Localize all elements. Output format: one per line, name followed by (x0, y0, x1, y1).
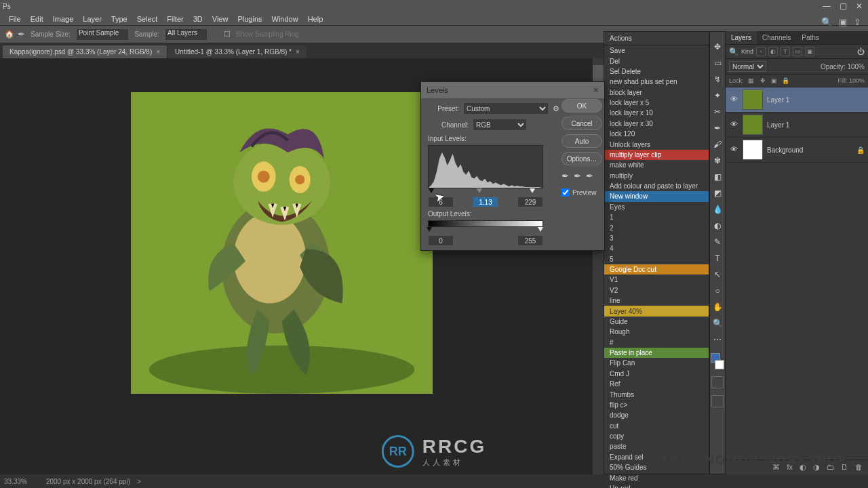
filter-pixel-icon[interactable]: ▫ (756, 47, 766, 56)
action-item[interactable]: 50% Guides (604, 462, 709, 472)
input-black-field[interactable] (428, 197, 454, 207)
filter-kind-icon[interactable]: 🔍 (729, 47, 738, 56)
action-item[interactable]: Flip Can (604, 358, 709, 368)
layer-row[interactable]: 👁Layer 1 (726, 87, 868, 113)
menu-filter[interactable]: Filter (162, 15, 188, 23)
tab-untitled[interactable]: Untitled-1 @ 33.3% (Layer 1, RGB/8) * × (168, 45, 307, 58)
shape-tool-icon[interactable]: ○ (711, 284, 724, 298)
action-item[interactable]: Layer 40% (604, 306, 709, 316)
lock-artboard-icon[interactable]: ▣ (770, 77, 778, 85)
lock-pixels-icon[interactable]: ▦ (747, 77, 755, 85)
action-item[interactable]: Ref (604, 379, 709, 389)
visibility-icon[interactable]: 👁 (729, 120, 738, 129)
filter-type-icon[interactable]: T (781, 47, 790, 56)
path-tool-icon[interactable]: ↖ (711, 268, 724, 281)
menu-select[interactable]: Select (132, 15, 163, 23)
new-layer-icon[interactable]: 🗋 (841, 463, 848, 472)
lock-position-icon[interactable]: ✥ (759, 77, 767, 85)
menu-type[interactable]: Type (106, 15, 132, 23)
layer-name[interactable]: Background (767, 146, 803, 154)
input-white-field[interactable] (517, 197, 543, 207)
type-tool-icon[interactable]: T (711, 251, 724, 265)
sample-select[interactable]: All Layers (165, 28, 208, 41)
menu-view[interactable]: View (208, 15, 233, 23)
action-item[interactable]: lock 120 (604, 129, 709, 139)
action-item[interactable]: multiply layer clip (604, 150, 709, 160)
action-item[interactable]: block layer (604, 87, 709, 98)
action-item[interactable]: Paste in place (604, 348, 709, 358)
midtone-slider[interactable] (477, 188, 482, 193)
input-sliders[interactable] (428, 188, 543, 195)
gray-eyedropper-icon[interactable]: ✒ (574, 171, 581, 181)
dialog-close-icon[interactable]: × (593, 85, 599, 96)
action-item[interactable]: Expand sel (604, 452, 709, 462)
action-item[interactable]: multiply (604, 171, 709, 181)
clone-tool-icon[interactable]: ✾ (711, 154, 724, 167)
action-item[interactable]: line (604, 296, 709, 306)
tab-layers[interactable]: Layers (726, 31, 757, 44)
frame-icon[interactable]: ▣ (839, 17, 847, 27)
white-eyedropper-icon[interactable]: ✒ (586, 171, 593, 181)
action-item[interactable]: 2 (604, 222, 709, 232)
cancel-button[interactable]: Cancel (561, 117, 602, 130)
action-item[interactable]: Save (604, 45, 709, 56)
background-color[interactable] (715, 360, 724, 369)
menu-help[interactable]: Help (303, 15, 328, 23)
output-sliders[interactable] (428, 227, 543, 234)
action-item[interactable]: # (604, 338, 709, 348)
menu-edit[interactable]: Edit (26, 15, 48, 23)
input-mid-field[interactable] (473, 197, 498, 207)
fill-value[interactable]: 100% (849, 77, 865, 84)
sample-size-select[interactable]: Point Sample (76, 28, 129, 41)
preset-select[interactable]: Custom (463, 102, 549, 115)
layer-mask-icon[interactable]: ◐ (800, 463, 806, 472)
action-item[interactable]: Eyes (604, 202, 709, 212)
zoom-level[interactable]: 33.33% (4, 478, 27, 485)
menu-plugins[interactable]: Plugins (233, 15, 267, 23)
layer-name[interactable]: Layer 1 (767, 96, 789, 104)
menu-file[interactable]: File (4, 15, 26, 23)
eyedropper-icon[interactable]: ✒ (18, 29, 25, 39)
brush-tool-icon[interactable]: 🖌 (711, 138, 724, 151)
quickmask-icon[interactable] (711, 376, 724, 388)
maximize-icon[interactable]: ▢ (837, 1, 849, 11)
action-item[interactable]: Cmd J (604, 369, 709, 379)
action-item[interactable]: dodge (604, 410, 709, 420)
sampling-ring-checkbox[interactable]: ☐ (224, 30, 231, 39)
close-icon[interactable]: ✕ (853, 1, 865, 11)
move-tool-icon[interactable]: ✥ (711, 40, 724, 54)
visibility-icon[interactable]: 👁 (729, 95, 738, 104)
action-item[interactable]: lock layer x 10 (604, 108, 709, 118)
blend-mode-select[interactable]: Normal (729, 61, 766, 72)
color-swatches[interactable] (711, 353, 724, 369)
layer-row[interactable]: 👁Layer 1 (726, 113, 868, 138)
marquee-tool-icon[interactable]: ▭ (711, 56, 724, 70)
layer-fx-icon[interactable]: fx (787, 463, 793, 472)
canvas[interactable] (131, 92, 433, 394)
action-item[interactable]: lock layer x 30 (604, 119, 709, 129)
opacity-value[interactable]: 100% (847, 63, 865, 70)
action-item[interactable]: lock layer x 5 (604, 98, 709, 108)
new-group-icon[interactable]: 🗀 (827, 463, 834, 472)
output-black-field[interactable] (428, 235, 454, 246)
delete-layer-icon[interactable]: 🗑 (855, 463, 863, 472)
action-item[interactable]: flip c> (604, 400, 709, 410)
menu-layer[interactable]: Layer (78, 15, 106, 23)
options-button[interactable]: Options… (561, 152, 602, 165)
action-item[interactable]: Rough (604, 327, 709, 337)
tab-close-icon[interactable]: × (156, 48, 160, 56)
action-item[interactable]: V1 (604, 274, 709, 285)
layer-name[interactable]: Layer 1 (767, 121, 789, 129)
more-tools-icon[interactable]: ⋯ (711, 333, 724, 346)
layer-row[interactable]: 👁Background🔒 (726, 138, 868, 163)
action-item[interactable]: Sel Delete (604, 66, 709, 77)
share-icon[interactable]: ⇪ (854, 17, 861, 27)
lock-all-icon[interactable]: 🔒 (782, 77, 790, 85)
layer-thumbnail[interactable] (743, 140, 763, 160)
channel-select[interactable]: RGB (473, 119, 527, 131)
search-icon[interactable]: 🔍 (821, 17, 832, 27)
action-item[interactable]: Thumbs (604, 389, 709, 399)
action-item[interactable]: new shad plus set pen (604, 77, 709, 87)
ok-button[interactable]: OK (561, 99, 602, 113)
tab-paths[interactable]: Paths (796, 31, 825, 44)
